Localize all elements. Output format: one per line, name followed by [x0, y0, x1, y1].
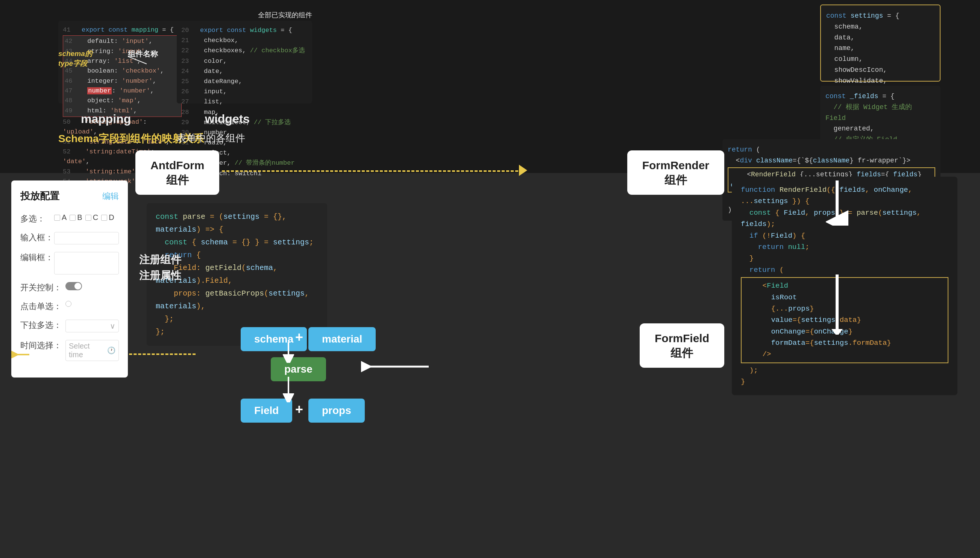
arrow-to-panel [11, 351, 30, 358]
form-panel-header: 投放配置 编辑 [20, 189, 119, 203]
antd-form-box: AntdForm组件 [135, 150, 219, 195]
plus-schema-material: + [295, 329, 303, 345]
form-panel: 投放配置 编辑 多选： A B C D 输入框： 编辑框： 开关控制： [11, 181, 128, 377]
arrow-parse-to-field [283, 377, 294, 402]
time-row: 时间选择： Select time 🕐 [20, 340, 119, 361]
arrow-antd-to-render [519, 165, 527, 176]
arrow-to-parse [283, 342, 294, 363]
impl-label: 全部已实现的组件 [258, 10, 312, 21]
form-field-box: FormField组件 [640, 323, 724, 368]
radio-button[interactable] [66, 301, 71, 307]
textarea-label: 编辑框： [20, 252, 50, 263]
dashed-line-antd-to-render [222, 170, 523, 172]
select-input[interactable]: ∨ [66, 320, 119, 332]
toggle-switch[interactable] [66, 282, 82, 290]
checkbox-d[interactable] [101, 215, 107, 221]
svg-marker-9 [831, 220, 843, 226]
input-label: 输入框： [20, 232, 50, 243]
props-box: props [309, 399, 365, 423]
form-render-box: FormRender组件 [627, 150, 724, 195]
mapping-title: mapping [81, 112, 131, 126]
text-area[interactable] [54, 252, 119, 274]
form-widgets-label: 表单中的各组件 [177, 131, 245, 145]
parse-box: parse [271, 357, 326, 381]
checkbox-b[interactable] [70, 215, 76, 221]
radio-row: 点击单选： [20, 301, 119, 312]
edit-button[interactable]: 编辑 [102, 190, 119, 202]
select-label: 下拉多选： [20, 320, 62, 331]
settings-code-block: const settings = { schema, data, name, c… [820, 5, 941, 82]
arrow-formfield-to-parse [361, 361, 436, 372]
radio-label: 点击单选： [20, 301, 62, 312]
main-container: 41export const mapping = { 42 default: '… [0, 0, 980, 558]
component-name-arrow [124, 53, 154, 68]
checkbox-group: A B C D [54, 213, 114, 222]
checkbox-row: 多选： A B C D [20, 213, 119, 225]
schema-annotation: schema的type字段 [58, 49, 92, 69]
toggle-label: 开关控制： [20, 282, 62, 293]
arrow-down-to-formfield [826, 274, 849, 335]
time-label: 时间选择： [20, 340, 62, 351]
toggle-row: 开关控制： [20, 282, 119, 293]
svg-line-0 [128, 56, 147, 64]
checkbox-c[interactable] [85, 215, 91, 221]
time-input[interactable]: Select time 🕐 [66, 340, 119, 361]
input-row: 输入框： [20, 232, 119, 245]
widgets-code-block: 全部已实现的组件 20export const widgets = { 21 c… [177, 21, 312, 103]
textarea-row: 编辑框： [20, 252, 119, 274]
checkbox-label: 多选： [20, 213, 50, 225]
register-annotation: 注册组件注册属性 [139, 252, 181, 284]
text-input[interactable] [54, 232, 119, 245]
widgets-title: widgets [205, 112, 250, 126]
plus-field-props: + [295, 402, 303, 417]
select-row: 下拉多选： ∨ [20, 320, 119, 332]
form-panel-title: 投放配置 [20, 189, 59, 203]
material-box: material [309, 327, 376, 351]
arrow-down-render [826, 181, 849, 226]
checkbox-a[interactable] [54, 215, 60, 221]
